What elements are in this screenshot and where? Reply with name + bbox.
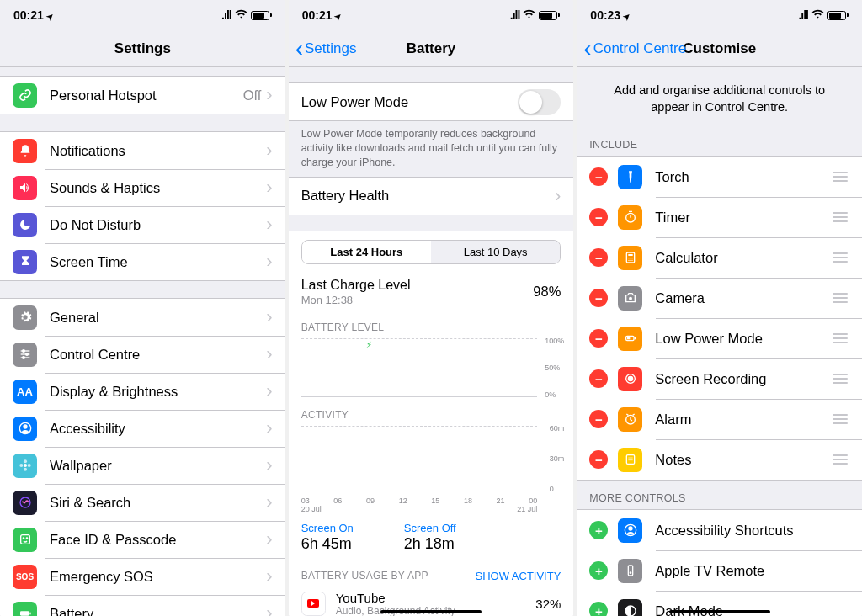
- chevron-icon: [266, 84, 272, 106]
- chevron-icon: [266, 214, 272, 236]
- chevron-icon: [266, 417, 272, 439]
- rec-icon: [618, 367, 642, 391]
- control-row: Screen Recording: [577, 358, 862, 399]
- chevron-icon: [266, 603, 272, 616]
- seg-10d[interactable]: Last 10 Days: [431, 241, 560, 263]
- person-icon: [13, 417, 37, 441]
- svg-point-15: [23, 538, 24, 539]
- reorder-grip[interactable]: [831, 414, 849, 424]
- seg-24h[interactable]: Last 24 Hours: [302, 241, 431, 263]
- cellular-icon: [510, 8, 520, 22]
- settings-row[interactable]: Control Centre: [0, 336, 285, 373]
- aa-icon: AA: [13, 380, 37, 404]
- remove-button[interactable]: [589, 167, 608, 186]
- control-row: Camera: [577, 278, 862, 318]
- svg-point-7: [24, 425, 27, 428]
- settings-row[interactable]: Siri & Search: [0, 484, 285, 521]
- settings-row[interactable]: Wallpaper: [0, 447, 285, 484]
- activity-header: ACTIVITY: [289, 402, 574, 422]
- settings-row[interactable]: SOSEmergency SOS: [0, 558, 285, 595]
- activity-chart: 60m30m0: [301, 426, 561, 491]
- remove-button[interactable]: [589, 410, 608, 428]
- reorder-grip[interactable]: [831, 374, 849, 384]
- reorder-grip[interactable]: [831, 172, 849, 182]
- home-indicator[interactable]: [380, 610, 482, 613]
- battery-level-header: BATTERY LEVEL: [289, 315, 574, 335]
- moon-icon: [13, 213, 37, 237]
- control-row: Calculator: [577, 237, 862, 278]
- cellular-icon: [798, 8, 808, 22]
- time-range-segmented[interactable]: Last 24 Hours Last 10 Days: [301, 240, 561, 264]
- usage-header: BATTERY USAGE BY APPSHOW ACTIVITY: [289, 561, 574, 586]
- svg-rect-30: [635, 337, 636, 340]
- x-axis-ticks: 0306091215182100: [301, 497, 538, 505]
- reorder-grip[interactable]: [831, 212, 849, 222]
- sos-icon: SOS: [13, 565, 37, 589]
- include-header: INCLUDE: [577, 127, 862, 156]
- chevron-icon: [266, 251, 272, 273]
- svg-point-4: [25, 353, 28, 356]
- svg-point-28: [629, 297, 632, 300]
- add-button[interactable]: [589, 521, 608, 539]
- settings-row[interactable]: General: [0, 299, 285, 336]
- remove-button[interactable]: [589, 248, 608, 267]
- remove-button[interactable]: [589, 208, 608, 226]
- speaker-icon: [13, 176, 37, 200]
- settings-row[interactable]: Sounds & Haptics: [0, 169, 285, 206]
- remove-button[interactable]: [589, 329, 608, 348]
- settings-row[interactable]: Accessibility: [0, 410, 285, 447]
- chevron-icon: [266, 528, 272, 550]
- control-row: Timer: [577, 197, 862, 237]
- chevron-icon: [266, 380, 272, 402]
- battery-screen: 00:21 Settings Battery Low Power Mode Lo…: [289, 0, 574, 616]
- settings-row[interactable]: Battery: [0, 595, 285, 616]
- sliders-icon: [13, 343, 37, 367]
- remove-button[interactable]: [589, 450, 608, 469]
- svg-point-5: [22, 357, 24, 359]
- status-time: 00:21: [302, 8, 333, 22]
- remove-button[interactable]: [589, 289, 608, 307]
- lpm-icon: [618, 327, 642, 351]
- battery-content[interactable]: Low Power Mode Low Power Mode temporaril…: [289, 67, 574, 616]
- face-icon: [13, 528, 37, 552]
- reorder-grip[interactable]: [831, 252, 849, 263]
- control-row: Low Power Mode: [577, 318, 862, 358]
- chevron-icon: [266, 177, 272, 199]
- settings-row[interactable]: Personal HotspotOff: [0, 77, 285, 114]
- add-button[interactable]: [589, 561, 608, 580]
- settings-row[interactable]: Face ID & Passcode: [0, 521, 285, 558]
- svg-point-22: [628, 258, 629, 258]
- reorder-grip[interactable]: [831, 333, 849, 343]
- back-button[interactable]: Settings: [295, 37, 357, 61]
- customise-content[interactable]: Add and organise additional controls to …: [577, 67, 862, 616]
- show-activity-button[interactable]: SHOW ACTIVITY: [476, 570, 561, 582]
- status-bar: 00:21: [0, 0, 285, 30]
- home-indicator[interactable]: [669, 610, 770, 613]
- location-icon: [46, 8, 53, 22]
- settings-row[interactable]: Notifications: [0, 132, 285, 169]
- status-time: 00:23: [590, 8, 620, 22]
- last-charge-row: Last Charge LevelMon 12:38 98%: [289, 274, 574, 315]
- back-button[interactable]: Control Centre: [583, 37, 686, 61]
- add-button[interactable]: [589, 602, 608, 616]
- remove-button[interactable]: [589, 369, 608, 388]
- settings-row[interactable]: Screen Time: [0, 243, 285, 280]
- low-power-mode-toggle[interactable]: [518, 89, 561, 115]
- location-icon: [334, 8, 341, 22]
- reorder-grip[interactable]: [831, 293, 849, 303]
- settings-row[interactable]: Do Not Disturb: [0, 206, 285, 243]
- siri-icon: [13, 491, 37, 515]
- svg-rect-18: [29, 613, 30, 615]
- settings-row[interactable]: AADisplay & Brightness: [0, 373, 285, 410]
- battery-icon: [251, 11, 272, 20]
- battery-health-row[interactable]: Battery Health: [289, 178, 574, 215]
- customise-screen: 00:23 Control Centre Customise Add and o…: [577, 0, 862, 616]
- control-row: Torch: [577, 157, 862, 197]
- svg-point-3: [22, 350, 24, 353]
- svg-point-10: [24, 468, 27, 471]
- settings-list[interactable]: Personal HotspotOffNotificationsSounds &…: [0, 67, 285, 616]
- person-icon: [618, 518, 642, 543]
- alarm-icon: [618, 407, 642, 432]
- battery-level-chart: ⚡︎ 100%50%0%: [301, 338, 561, 397]
- reorder-grip[interactable]: [831, 454, 849, 465]
